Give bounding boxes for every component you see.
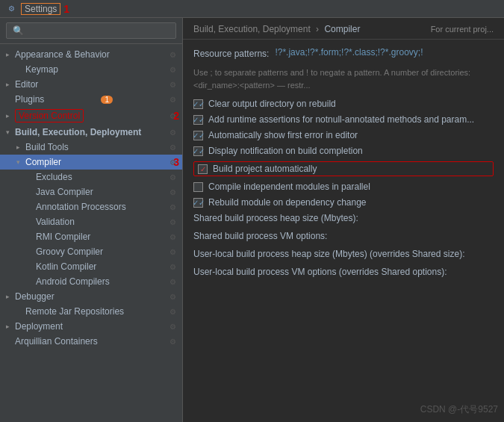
item-label-compiler: Compiler bbox=[25, 157, 61, 167]
item-label-build-exec-deploy: Build, Execution, Deployment bbox=[15, 127, 141, 137]
field-label-user-vm-options: User-local build process VM options (ove… bbox=[193, 267, 447, 277]
item-label-java-compiler: Java Compiler bbox=[36, 187, 93, 197]
sidebar-item-editor[interactable]: ▸Editor⚙ bbox=[0, 77, 182, 92]
checkbox-compile-parallel[interactable] bbox=[193, 182, 203, 192]
settings-icon-keymap: ⚙ bbox=[169, 66, 176, 74]
sidebar-item-java-compiler[interactable]: Java Compiler⚙ bbox=[0, 184, 182, 199]
item-label-groovy-compiler: Groovy Compiler bbox=[36, 246, 103, 257]
sidebar-item-build-exec-deploy[interactable]: ▾Build, Execution, Deployment⚙ bbox=[0, 125, 182, 140]
sidebar-item-version-control[interactable]: ▸Version Control⚙2 bbox=[0, 107, 182, 125]
item-label-appearance: Appearance & Behavior bbox=[15, 49, 110, 60]
item-label-validation: Validation bbox=[36, 217, 75, 227]
sidebar-item-groovy-compiler[interactable]: Groovy Compiler⚙ bbox=[0, 244, 182, 259]
checkbox-rebuild-module[interactable]: ✓ bbox=[193, 198, 203, 208]
item-label-deployment: Deployment bbox=[15, 321, 63, 332]
item-label-remote-jar-repos: Remote Jar Repositories bbox=[25, 306, 124, 317]
option-label-add-runtime: Add runtime assertions for notnull-annot… bbox=[208, 114, 474, 125]
sidebar-item-arquillian[interactable]: Arquillian Containers⚙ bbox=[0, 334, 182, 349]
breadcrumb-sep: › bbox=[316, 24, 319, 34]
checkbox-display-notification[interactable]: ✓ bbox=[193, 146, 203, 156]
option-label-display-notification: Display notification on build completion bbox=[208, 146, 363, 156]
settings-icon-editor: ⚙ bbox=[169, 81, 176, 89]
option-row-add-runtime[interactable]: ✓Add runtime assertions for notnull-anno… bbox=[193, 114, 494, 125]
option-row-build-automatically[interactable]: ✓Build project automatically bbox=[193, 161, 494, 176]
sidebar-item-deployment[interactable]: ▸Deployment⚙ bbox=[0, 319, 182, 334]
options-list: ✓Clear output directory on rebuild✓Add r… bbox=[193, 99, 494, 208]
settings-icon-appearance: ⚙ bbox=[169, 51, 176, 59]
item-label-version-control: Version Control bbox=[15, 109, 84, 122]
option-row-display-notification[interactable]: ✓Display notification on build completio… bbox=[193, 146, 494, 156]
watermark: CSDN @-代号9527 bbox=[420, 403, 498, 416]
arrow-debugger: ▸ bbox=[6, 293, 15, 300]
item-label-debugger: Debugger bbox=[15, 291, 55, 302]
field-row-user-vm-options: User-local build process VM options (ove… bbox=[193, 267, 494, 277]
field-label-user-heap-size: User-local build process heap size (Mbyt… bbox=[193, 249, 464, 259]
resource-patterns-label: Resource patterns: bbox=[193, 47, 269, 59]
breadcrumb: Build, Execution, Deployment › Compiler bbox=[193, 24, 360, 34]
sidebar-item-debugger[interactable]: ▸Debugger⚙ bbox=[0, 289, 182, 304]
option-row-show-first-error[interactable]: ✓Automatically show first error in edito… bbox=[193, 130, 494, 140]
item-label-annotation-processors: Annotation Processors bbox=[36, 202, 126, 212]
sidebar-tree: ▸Appearance & Behavior⚙Keymap⚙▸Editor⚙Pl… bbox=[0, 44, 182, 422]
option-row-compile-parallel[interactable]: Compile independent modules in parallel bbox=[193, 181, 494, 192]
item-label-kotlin-compiler: Kotlin Compiler bbox=[36, 261, 96, 272]
settings-icon-rmi-compiler: ⚙ bbox=[169, 233, 176, 241]
settings-icon: ⚙ bbox=[6, 4, 16, 14]
arrow-deployment: ▸ bbox=[6, 323, 15, 330]
field-row-heap-size: Shared build process heap size (Mbytes): bbox=[193, 213, 494, 223]
field-row-vm-options: Shared build process VM options: bbox=[193, 231, 494, 241]
sidebar-item-remote-jar-repos[interactable]: Remote Jar Repositories⚙ bbox=[0, 304, 182, 319]
arrow-version-control: ▸ bbox=[6, 112, 15, 120]
option-row-rebuild-module[interactable]: ✓Rebuild module on dependency change bbox=[193, 197, 494, 208]
arrow-appearance: ▸ bbox=[6, 51, 15, 58]
sidebar-item-android-compilers[interactable]: Android Compilers⚙ bbox=[0, 274, 182, 289]
settings-icon-validation: ⚙ bbox=[169, 218, 176, 226]
sidebar-item-excludes[interactable]: Excludes⚙ bbox=[0, 170, 182, 184]
settings-icon-android-compilers: ⚙ bbox=[169, 278, 176, 286]
sidebar-item-keymap[interactable]: Keymap⚙ bbox=[0, 62, 182, 77]
for-current-project: For current proj... bbox=[431, 25, 494, 34]
checkbox-show-first-error[interactable]: ✓ bbox=[193, 131, 203, 140]
field-label-vm-options: Shared build process VM options: bbox=[193, 231, 327, 241]
settings-icon-java-compiler: ⚙ bbox=[169, 188, 176, 196]
sidebar-item-plugins[interactable]: Plugins1⚙ bbox=[0, 92, 182, 107]
annotation-1: 1 bbox=[63, 3, 69, 15]
sidebar-item-build-tools[interactable]: ▸Build Tools⚙ bbox=[0, 140, 182, 155]
search-input[interactable] bbox=[6, 22, 176, 39]
arrow-editor: ▸ bbox=[6, 81, 15, 88]
settings-icon-compiler: ⚙ bbox=[169, 158, 176, 167]
sidebar-item-kotlin-compiler[interactable]: Kotlin Compiler⚙ bbox=[0, 259, 182, 274]
sidebar-item-rmi-compiler[interactable]: RMI Compiler⚙ bbox=[0, 229, 182, 244]
checkbox-add-runtime[interactable]: ✓ bbox=[193, 115, 203, 125]
option-row-clear-output[interactable]: ✓Clear output directory on rebuild bbox=[193, 99, 494, 109]
main-layout: ▸Appearance & Behavior⚙Keymap⚙▸Editor⚙Pl… bbox=[0, 18, 504, 422]
item-label-build-tools: Build Tools bbox=[25, 142, 69, 152]
arrow-build-tools: ▸ bbox=[16, 143, 25, 151]
sidebar: ▸Appearance & Behavior⚙Keymap⚙▸Editor⚙Pl… bbox=[0, 18, 183, 422]
settings-icon-remote-jar-repos: ⚙ bbox=[169, 308, 176, 316]
breadcrumb-parent: Build, Execution, Deployment bbox=[193, 24, 311, 34]
settings-icon-debugger: ⚙ bbox=[169, 293, 176, 301]
checkbox-build-automatically[interactable]: ✓ bbox=[198, 164, 208, 174]
content-header: Build, Execution, Deployment › Compiler … bbox=[183, 18, 504, 40]
checkbox-clear-output[interactable]: ✓ bbox=[193, 99, 203, 109]
item-label-keymap: Keymap bbox=[25, 64, 58, 75]
sidebar-item-validation[interactable]: Validation⚙ bbox=[0, 214, 182, 229]
item-label-rmi-compiler: RMI Compiler bbox=[36, 232, 90, 242]
option-label-build-automatically: Build project automatically bbox=[213, 164, 317, 174]
content-body: Resource patterns: !?*.java;!?*.form;!?*… bbox=[183, 40, 504, 422]
settings-icon-annotation-processors: ⚙ bbox=[169, 203, 176, 211]
item-label-arquillian: Arquillian Containers bbox=[15, 336, 98, 347]
field-label-heap-size: Shared build process heap size (Mbytes): bbox=[193, 213, 358, 223]
sidebar-item-annotation-processors[interactable]: Annotation Processors⚙ bbox=[0, 199, 182, 214]
sidebar-item-compiler[interactable]: ▾Compiler⚙3 bbox=[0, 155, 182, 170]
settings-icon-build-exec-deploy: ⚙ bbox=[169, 128, 176, 137]
search-box bbox=[0, 18, 182, 44]
settings-icon-arquillian: ⚙ bbox=[169, 338, 176, 346]
resource-patterns-row: Resource patterns: !?*.java;!?*.form;!?*… bbox=[193, 47, 494, 59]
option-label-clear-output: Clear output directory on rebuild bbox=[208, 99, 336, 109]
sidebar-item-appearance[interactable]: ▸Appearance & Behavior⚙ bbox=[0, 47, 182, 62]
fields-list: Shared build process heap size (Mbytes):… bbox=[193, 213, 494, 277]
settings-icon-deployment: ⚙ bbox=[169, 323, 176, 331]
item-label-excludes: Excludes bbox=[36, 172, 72, 182]
